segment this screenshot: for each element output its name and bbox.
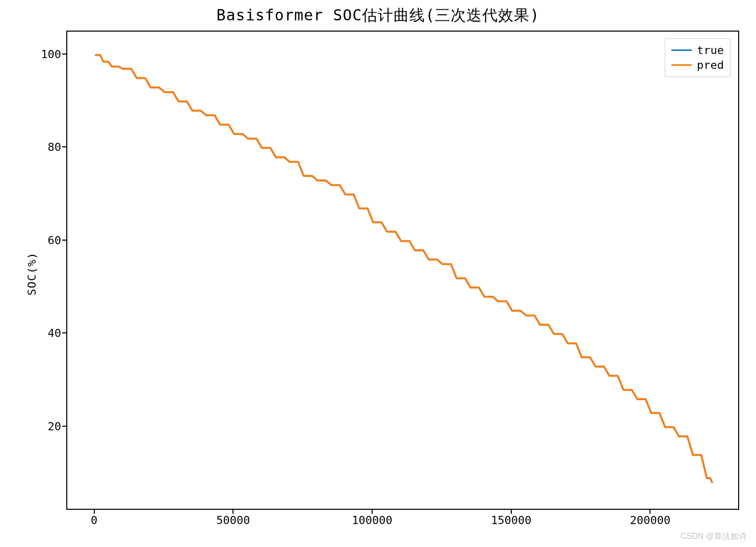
y-tick-mark <box>62 332 66 333</box>
series-line-pred <box>95 55 713 483</box>
plot-svg <box>67 32 738 509</box>
legend: true pred <box>665 38 731 77</box>
y-tick-mark <box>62 54 66 55</box>
plot-area <box>66 31 739 510</box>
x-tick-mark <box>372 510 373 514</box>
x-tick-label: 150000 <box>491 514 531 527</box>
y-tick-mark <box>62 426 66 427</box>
legend-item-pred: pred <box>671 58 724 72</box>
legend-label-true: true <box>697 44 724 57</box>
y-tick-label: 100 <box>5 47 61 60</box>
x-tick-label: 0 <box>91 514 97 527</box>
watermark: CSDN @算法如诗 <box>681 531 747 542</box>
x-tick-label: 200000 <box>630 514 670 527</box>
y-tick-mark <box>62 240 66 241</box>
x-tick-mark <box>511 510 512 514</box>
y-tick-label: 60 <box>5 233 61 246</box>
chart-figure: Basisformer SOC估计曲线(三次迭代效果) SOC(%) true … <box>0 0 756 547</box>
x-tick-mark <box>232 510 233 514</box>
x-tick-mark <box>94 510 95 514</box>
legend-item-true: true <box>671 43 724 58</box>
y-tick-mark <box>62 146 66 147</box>
legend-swatch-pred <box>671 64 692 66</box>
legend-label-pred: pred <box>697 59 724 71</box>
x-tick-label: 50000 <box>216 514 250 527</box>
legend-swatch-true <box>671 49 692 51</box>
y-tick-label: 80 <box>5 141 61 153</box>
chart-title: Basisformer SOC估计曲线(三次迭代效果) <box>0 5 756 26</box>
series-line-true <box>95 55 713 483</box>
y-tick-label: 40 <box>5 327 61 340</box>
x-tick-mark <box>649 510 650 514</box>
x-tick-label: 100000 <box>352 514 392 527</box>
y-axis-label: SOC(%) <box>25 252 38 295</box>
y-tick-label: 20 <box>5 420 61 432</box>
